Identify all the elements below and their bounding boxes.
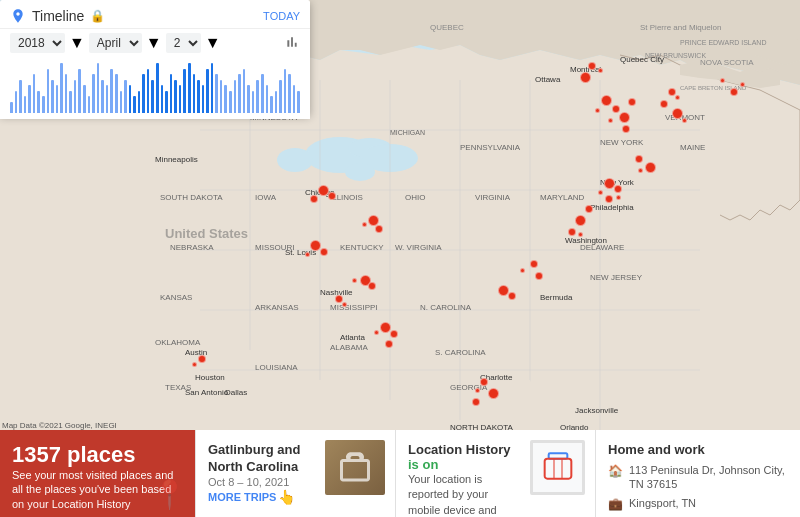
svg-point-2 <box>277 148 313 172</box>
chart-bar <box>83 85 86 113</box>
svg-text:SOUTH DAKOTA: SOUTH DAKOTA <box>160 193 223 202</box>
location-history-icon-box <box>530 440 585 495</box>
chart-bar <box>78 69 81 113</box>
chart-bar <box>252 91 255 113</box>
chart-bar <box>33 74 36 113</box>
svg-text:Jacksonville: Jacksonville <box>575 406 619 415</box>
card-location-history: Location History is on Your location is … <box>395 430 595 517</box>
chart-bar <box>229 91 232 113</box>
chart-bar <box>183 69 186 113</box>
svg-text:KENTUCKY: KENTUCKY <box>340 243 384 252</box>
svg-text:NEBRASKA: NEBRASKA <box>170 243 214 252</box>
card-home-work: Home and work 🏠 113 Peninsula Dr, Johnso… <box>595 430 800 517</box>
chart-bar <box>74 80 77 113</box>
chart-bar <box>284 69 287 113</box>
home-item: 🏠 113 Peninsula Dr, Johnson City, TN 376… <box>608 463 788 492</box>
svg-text:NOVA SCOTIA: NOVA SCOTIA <box>700 58 754 67</box>
chart-view-button[interactable] <box>284 34 300 53</box>
svg-text:OKLAHOMA: OKLAHOMA <box>155 338 201 347</box>
chart-bar <box>193 74 196 113</box>
svg-text:OHIO: OHIO <box>405 193 425 202</box>
svg-point-5 <box>345 163 375 181</box>
month-label: ▼ <box>146 34 162 52</box>
home-work-title: Home and work <box>608 442 788 457</box>
chart-bar <box>179 85 182 113</box>
places-count: 1357 places <box>12 442 183 468</box>
places-decoration-icon: 📍 <box>152 478 187 511</box>
chart-bar <box>92 74 95 113</box>
chart-bar <box>47 69 50 113</box>
svg-text:United States: United States <box>165 226 248 241</box>
svg-text:Quebec City: Quebec City <box>620 55 664 64</box>
chart-bar <box>120 91 123 113</box>
bar-chart[interactable] <box>0 57 310 119</box>
svg-text:KANSAS: KANSAS <box>160 293 192 302</box>
chart-bar <box>206 69 209 113</box>
cursor-indicator: 👆 <box>278 489 295 505</box>
chart-bar <box>129 85 132 113</box>
svg-text:MICHIGAN: MICHIGAN <box>390 129 425 136</box>
chart-bar <box>202 85 205 113</box>
chart-bar <box>266 85 269 113</box>
svg-text:Bermuda: Bermuda <box>540 293 573 302</box>
svg-text:PRINCE EDWARD ISLAND: PRINCE EDWARD ISLAND <box>680 39 766 46</box>
svg-text:San Antonio: San Antonio <box>185 388 229 397</box>
chart-bar <box>115 74 118 113</box>
trip-photo-placeholder <box>325 440 385 495</box>
svg-text:S. CAROLINA: S. CAROLINA <box>435 348 486 357</box>
card-places[interactable]: 1357 places See your most visited places… <box>0 430 195 517</box>
svg-rect-75 <box>544 458 571 478</box>
location-history-is-on: is on <box>408 457 438 472</box>
chart-bar <box>234 80 237 113</box>
chart-bar <box>24 96 27 113</box>
svg-text:N. CAROLINA: N. CAROLINA <box>420 303 472 312</box>
svg-text:NORTH DAKOTA: NORTH DAKOTA <box>450 423 513 430</box>
timeline-panel: Timeline 🔒 TODAY 2018 ▼ April ▼ 2 ▼ <box>0 0 310 115</box>
trip-photo <box>325 440 385 495</box>
month-select[interactable]: April <box>89 33 142 53</box>
chart-bar <box>37 91 40 113</box>
location-history-prefix: Location History <box>408 442 511 457</box>
svg-text:St Pierre and Miquelon: St Pierre and Miquelon <box>640 23 721 32</box>
work-item: 💼 Kingsport, TN <box>608 496 788 511</box>
svg-text:QUEBEC: QUEBEC <box>430 23 464 32</box>
chart-bar <box>51 80 54 113</box>
bottom-row: 1357 places See your most visited places… <box>0 430 800 517</box>
chart-bar <box>165 91 168 113</box>
chart-bar <box>224 85 227 113</box>
chart-bar <box>56 85 59 113</box>
chart-bar <box>279 80 282 113</box>
svg-text:MARYLAND: MARYLAND <box>540 193 585 202</box>
chart-bar <box>238 74 241 113</box>
svg-text:VIRGINIA: VIRGINIA <box>475 193 511 202</box>
chart-bar <box>69 91 72 113</box>
chart-bar <box>124 80 127 113</box>
chart-bar <box>170 74 173 113</box>
year-select[interactable]: 2018 <box>10 33 65 53</box>
card-trips[interactable]: Gatlinburg and North Carolina Oct 8 – 10… <box>195 430 395 517</box>
svg-text:W. VIRGINIA: W. VIRGINIA <box>395 243 442 252</box>
day-select[interactable]: 2 <box>166 33 201 53</box>
chart-bar <box>215 74 218 113</box>
map-container[interactable]: SOUTH DAKOTA NEBRASKA KANSAS OKLAHOMA TE… <box>0 0 800 430</box>
chart-bar <box>288 74 291 113</box>
svg-text:LOUISIANA: LOUISIANA <box>255 363 298 372</box>
svg-text:NEW JERSEY: NEW JERSEY <box>590 273 643 282</box>
chart-bar <box>247 85 250 113</box>
chart-bar <box>188 63 191 113</box>
svg-text:MISSISSIPPI: MISSISSIPPI <box>330 303 378 312</box>
svg-text:Dallas: Dallas <box>225 388 247 397</box>
chart-bar <box>138 91 141 113</box>
work-icon: 💼 <box>608 497 623 511</box>
svg-text:IOWA: IOWA <box>255 193 277 202</box>
svg-text:Ottawa: Ottawa <box>535 75 561 84</box>
svg-text:ARKANSAS: ARKANSAS <box>255 303 299 312</box>
timeline-title: Timeline <box>32 8 84 24</box>
lock-icon[interactable]: 🔒 <box>90 9 105 23</box>
svg-text:NEW YORK: NEW YORK <box>600 138 644 147</box>
svg-text:Minneapolis: Minneapolis <box>155 155 198 164</box>
chart-bar <box>10 102 13 113</box>
chart-bar <box>97 63 100 113</box>
today-button[interactable]: TODAY <box>263 10 300 22</box>
svg-text:PENNSYLVANIA: PENNSYLVANIA <box>460 143 521 152</box>
